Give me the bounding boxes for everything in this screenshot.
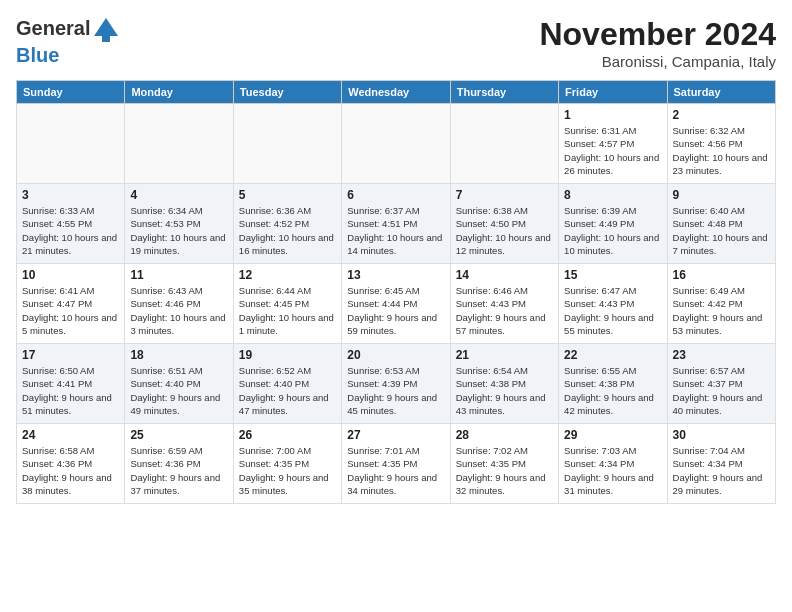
table-cell: 18Sunrise: 6:51 AMSunset: 4:40 PMDayligh… [125, 344, 233, 424]
day-info: Sunrise: 6:39 AMSunset: 4:49 PMDaylight:… [564, 204, 661, 257]
table-cell: 8Sunrise: 6:39 AMSunset: 4:49 PMDaylight… [559, 184, 667, 264]
table-cell: 29Sunrise: 7:03 AMSunset: 4:34 PMDayligh… [559, 424, 667, 504]
day-info: Sunrise: 6:45 AMSunset: 4:44 PMDaylight:… [347, 284, 444, 337]
day-info: Sunrise: 6:47 AMSunset: 4:43 PMDaylight:… [564, 284, 661, 337]
day-info: Sunrise: 7:01 AMSunset: 4:35 PMDaylight:… [347, 444, 444, 497]
day-info: Sunrise: 6:32 AMSunset: 4:56 PMDaylight:… [673, 124, 770, 177]
day-number: 23 [673, 348, 770, 362]
day-number: 5 [239, 188, 336, 202]
table-cell [342, 104, 450, 184]
day-info: Sunrise: 7:02 AMSunset: 4:35 PMDaylight:… [456, 444, 553, 497]
day-number: 24 [22, 428, 119, 442]
day-number: 16 [673, 268, 770, 282]
day-info: Sunrise: 6:43 AMSunset: 4:46 PMDaylight:… [130, 284, 227, 337]
day-number: 12 [239, 268, 336, 282]
day-number: 8 [564, 188, 661, 202]
day-info: Sunrise: 6:52 AMSunset: 4:40 PMDaylight:… [239, 364, 336, 417]
svg-rect-1 [102, 36, 110, 42]
day-number: 26 [239, 428, 336, 442]
day-info: Sunrise: 6:41 AMSunset: 4:47 PMDaylight:… [22, 284, 119, 337]
day-number: 3 [22, 188, 119, 202]
table-cell: 22Sunrise: 6:55 AMSunset: 4:38 PMDayligh… [559, 344, 667, 424]
table-cell: 4Sunrise: 6:34 AMSunset: 4:53 PMDaylight… [125, 184, 233, 264]
location-subtitle: Baronissi, Campania, Italy [539, 53, 776, 70]
table-cell [233, 104, 341, 184]
day-info: Sunrise: 6:53 AMSunset: 4:39 PMDaylight:… [347, 364, 444, 417]
col-friday: Friday [559, 81, 667, 104]
day-number: 4 [130, 188, 227, 202]
table-cell: 3Sunrise: 6:33 AMSunset: 4:55 PMDaylight… [17, 184, 125, 264]
day-info: Sunrise: 6:50 AMSunset: 4:41 PMDaylight:… [22, 364, 119, 417]
day-info: Sunrise: 6:33 AMSunset: 4:55 PMDaylight:… [22, 204, 119, 257]
day-number: 25 [130, 428, 227, 442]
table-cell: 7Sunrise: 6:38 AMSunset: 4:50 PMDaylight… [450, 184, 558, 264]
table-cell: 20Sunrise: 6:53 AMSunset: 4:39 PMDayligh… [342, 344, 450, 424]
col-saturday: Saturday [667, 81, 775, 104]
table-cell: 19Sunrise: 6:52 AMSunset: 4:40 PMDayligh… [233, 344, 341, 424]
table-cell: 24Sunrise: 6:58 AMSunset: 4:36 PMDayligh… [17, 424, 125, 504]
day-info: Sunrise: 6:38 AMSunset: 4:50 PMDaylight:… [456, 204, 553, 257]
table-cell [17, 104, 125, 184]
table-cell: 11Sunrise: 6:43 AMSunset: 4:46 PMDayligh… [125, 264, 233, 344]
day-number: 11 [130, 268, 227, 282]
day-number: 27 [347, 428, 444, 442]
day-info: Sunrise: 7:03 AMSunset: 4:34 PMDaylight:… [564, 444, 661, 497]
table-cell [125, 104, 233, 184]
day-number: 20 [347, 348, 444, 362]
day-number: 29 [564, 428, 661, 442]
day-number: 18 [130, 348, 227, 362]
day-number: 1 [564, 108, 661, 122]
day-number: 9 [673, 188, 770, 202]
month-title: November 2024 [539, 16, 776, 53]
title-area: November 2024 Baronissi, Campania, Italy [539, 16, 776, 70]
logo-general: General [16, 17, 90, 39]
table-cell: 10Sunrise: 6:41 AMSunset: 4:47 PMDayligh… [17, 264, 125, 344]
table-cell: 12Sunrise: 6:44 AMSunset: 4:45 PMDayligh… [233, 264, 341, 344]
day-info: Sunrise: 6:55 AMSunset: 4:38 PMDaylight:… [564, 364, 661, 417]
day-info: Sunrise: 6:51 AMSunset: 4:40 PMDaylight:… [130, 364, 227, 417]
day-info: Sunrise: 6:49 AMSunset: 4:42 PMDaylight:… [673, 284, 770, 337]
table-cell: 13Sunrise: 6:45 AMSunset: 4:44 PMDayligh… [342, 264, 450, 344]
day-number: 30 [673, 428, 770, 442]
table-cell: 17Sunrise: 6:50 AMSunset: 4:41 PMDayligh… [17, 344, 125, 424]
day-info: Sunrise: 6:44 AMSunset: 4:45 PMDaylight:… [239, 284, 336, 337]
table-cell: 9Sunrise: 6:40 AMSunset: 4:48 PMDaylight… [667, 184, 775, 264]
table-cell: 27Sunrise: 7:01 AMSunset: 4:35 PMDayligh… [342, 424, 450, 504]
day-info: Sunrise: 6:36 AMSunset: 4:52 PMDaylight:… [239, 204, 336, 257]
day-info: Sunrise: 6:37 AMSunset: 4:51 PMDaylight:… [347, 204, 444, 257]
table-cell: 25Sunrise: 6:59 AMSunset: 4:36 PMDayligh… [125, 424, 233, 504]
day-number: 10 [22, 268, 119, 282]
day-info: Sunrise: 6:54 AMSunset: 4:38 PMDaylight:… [456, 364, 553, 417]
col-thursday: Thursday [450, 81, 558, 104]
header: General Blue November 2024 Baronissi, Ca… [16, 16, 776, 70]
day-number: 7 [456, 188, 553, 202]
table-cell [450, 104, 558, 184]
day-info: Sunrise: 6:34 AMSunset: 4:53 PMDaylight:… [130, 204, 227, 257]
day-number: 28 [456, 428, 553, 442]
day-info: Sunrise: 6:57 AMSunset: 4:37 PMDaylight:… [673, 364, 770, 417]
table-cell: 14Sunrise: 6:46 AMSunset: 4:43 PMDayligh… [450, 264, 558, 344]
table-cell: 2Sunrise: 6:32 AMSunset: 4:56 PMDaylight… [667, 104, 775, 184]
day-number: 14 [456, 268, 553, 282]
table-cell: 23Sunrise: 6:57 AMSunset: 4:37 PMDayligh… [667, 344, 775, 424]
day-info: Sunrise: 7:04 AMSunset: 4:34 PMDaylight:… [673, 444, 770, 497]
table-cell: 15Sunrise: 6:47 AMSunset: 4:43 PMDayligh… [559, 264, 667, 344]
table-cell: 5Sunrise: 6:36 AMSunset: 4:52 PMDaylight… [233, 184, 341, 264]
day-number: 6 [347, 188, 444, 202]
day-number: 15 [564, 268, 661, 282]
table-cell: 6Sunrise: 6:37 AMSunset: 4:51 PMDaylight… [342, 184, 450, 264]
day-number: 17 [22, 348, 119, 362]
day-number: 22 [564, 348, 661, 362]
day-number: 13 [347, 268, 444, 282]
logo: General Blue [16, 16, 120, 66]
logo-icon [92, 16, 120, 44]
table-cell: 28Sunrise: 7:02 AMSunset: 4:35 PMDayligh… [450, 424, 558, 504]
calendar: Sunday Monday Tuesday Wednesday Thursday… [16, 80, 776, 504]
col-tuesday: Tuesday [233, 81, 341, 104]
day-number: 21 [456, 348, 553, 362]
day-info: Sunrise: 6:59 AMSunset: 4:36 PMDaylight:… [130, 444, 227, 497]
logo-blue: Blue [16, 44, 120, 66]
day-info: Sunrise: 6:58 AMSunset: 4:36 PMDaylight:… [22, 444, 119, 497]
day-number: 19 [239, 348, 336, 362]
table-cell: 16Sunrise: 6:49 AMSunset: 4:42 PMDayligh… [667, 264, 775, 344]
